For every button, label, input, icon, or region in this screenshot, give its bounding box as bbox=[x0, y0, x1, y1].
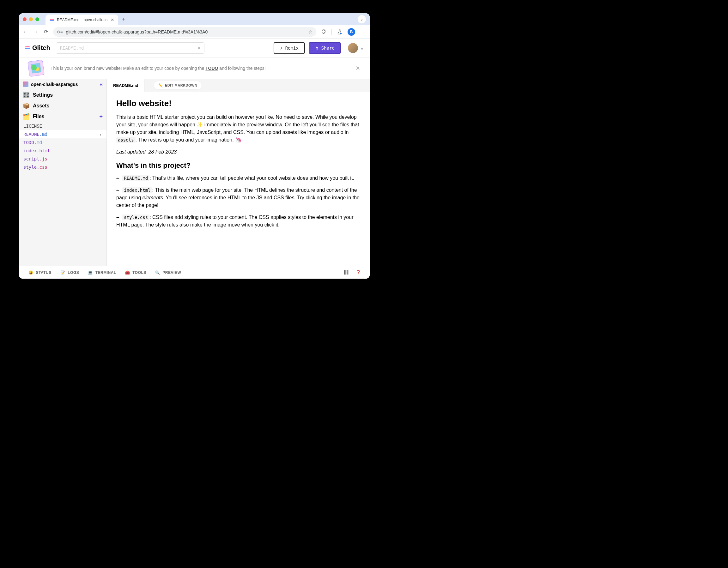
tools-icon: 🧰 bbox=[125, 270, 130, 275]
url-text: glitch.com/edit/#!/open-chalk-asparagus?… bbox=[66, 29, 208, 34]
arrow-left-icon: ← bbox=[116, 214, 122, 220]
omnibox[interactable]: ⊙≡ glitch.com/edit/#!/open-chalk-asparag… bbox=[53, 27, 316, 37]
list-item: ← style.css: CSS files add styling rules… bbox=[116, 214, 360, 229]
editor-tab-strip: README.md ✏️ EDIT MARKDOWN bbox=[107, 79, 370, 92]
sidebar-item-assets[interactable]: 📦 Assets bbox=[19, 100, 106, 111]
gear-icon: 🎛️ bbox=[23, 92, 30, 99]
glitch-favicon-icon bbox=[49, 17, 54, 22]
banner-text: This is your own brand new website! Make… bbox=[51, 66, 266, 71]
maximize-window-button[interactable] bbox=[35, 17, 39, 21]
search-placeholder: README.md bbox=[60, 45, 84, 51]
browser-window: README.md – open-chalk-as ✕ + ⌄ ← → ⟳ ⊙≡… bbox=[19, 13, 370, 279]
sidebar-item-label: Assets bbox=[33, 103, 49, 109]
status-icon: 😃 bbox=[28, 270, 33, 275]
welcome-banner-icon bbox=[27, 59, 45, 76]
arrow-left-icon: ← bbox=[116, 187, 122, 193]
code-assets: assets bbox=[116, 137, 136, 143]
logs-icon: 📝 bbox=[60, 270, 65, 275]
logs-button[interactable]: 📝 LOGS bbox=[60, 270, 79, 275]
sidebar-item-label: Files bbox=[33, 114, 44, 119]
editor-panel: README.md ✏️ EDIT MARKDOWN Hello website… bbox=[107, 79, 370, 266]
file-menu-button[interactable]: ⋮ bbox=[98, 132, 103, 137]
pencil-icon: ✏️ bbox=[158, 83, 163, 88]
share-button[interactable]: ⋔ Share bbox=[309, 42, 341, 54]
site-info-icon[interactable]: ⊙≡ bbox=[57, 29, 63, 34]
close-tab-icon[interactable]: ✕ bbox=[111, 17, 114, 22]
file-item[interactable]: README.md ⋮ bbox=[19, 130, 106, 138]
glitch-header: Glitch README.md ⌕ ⚡ Remix ⋔ Share ⌄ bbox=[19, 39, 370, 57]
preview-content: Hello website! This is a basic HTML star… bbox=[107, 92, 370, 266]
page-title: Hello website! bbox=[116, 97, 360, 110]
preview-icon: 🔍 bbox=[155, 270, 160, 275]
collapse-sidebar-icon[interactable]: « bbox=[100, 82, 103, 87]
forward-button[interactable]: → bbox=[33, 29, 39, 35]
status-button[interactable]: 😃 STATUS bbox=[28, 270, 52, 275]
tools-button[interactable]: 🧰 TOOLS bbox=[125, 270, 146, 275]
package-icon: 📦 bbox=[23, 102, 30, 109]
welcome-banner: This is your own brand new website! Make… bbox=[19, 57, 370, 79]
project-name: open-chalk-asparagus bbox=[31, 82, 78, 87]
sidebar-item-label: Settings bbox=[33, 92, 53, 98]
glitch-logo-icon bbox=[25, 46, 30, 50]
add-file-button[interactable]: + bbox=[99, 113, 103, 120]
share-label: Share bbox=[321, 45, 335, 51]
intro-paragraph: This is a basic HTML starter project you… bbox=[116, 113, 360, 144]
footer-bar: 😃 STATUS 📝 LOGS 💻 TERMINAL 🧰 TOOLS 🔍 PRE… bbox=[19, 266, 370, 279]
close-window-button[interactable] bbox=[23, 17, 27, 21]
file-item[interactable]: LICENSE bbox=[19, 122, 106, 130]
glitch-logo[interactable]: Glitch bbox=[25, 44, 50, 51]
search-input[interactable]: README.md ⌕ bbox=[56, 42, 204, 54]
help-button[interactable]: ? bbox=[357, 269, 361, 276]
address-bar: ← → ⟳ ⊙≡ glitch.com/edit/#!/open-chalk-a… bbox=[19, 25, 370, 39]
sidebar-item-files[interactable]: 🗂️ Files + bbox=[19, 111, 106, 122]
minimize-window-button[interactable] bbox=[29, 17, 33, 21]
file-item[interactable]: index.html bbox=[19, 147, 106, 155]
browser-tab-title: README.md – open-chalk-as bbox=[57, 18, 107, 22]
editor-tab-readme[interactable]: README.md bbox=[107, 79, 145, 92]
file-item[interactable]: style.css bbox=[19, 163, 106, 171]
terminal-button[interactable]: 💻 TERMINAL bbox=[88, 270, 116, 275]
terminal-icon: 💻 bbox=[88, 270, 93, 275]
traffic-lights bbox=[23, 17, 39, 21]
file-item[interactable]: TODO.md bbox=[19, 138, 106, 147]
toolbar-divider bbox=[331, 29, 332, 35]
share-icon: ⋔ bbox=[315, 45, 319, 51]
toolbar-icons: B ⋮ bbox=[321, 28, 366, 36]
keyboard-icon[interactable]: 𝄃𝄃𝄃 bbox=[344, 269, 349, 276]
extensions-icon[interactable] bbox=[321, 29, 326, 35]
project-icon bbox=[23, 82, 28, 87]
file-item[interactable]: script.js bbox=[19, 155, 106, 163]
banner-todo-link[interactable]: TODO bbox=[205, 66, 218, 71]
close-icon[interactable]: ✕ bbox=[355, 65, 360, 72]
bolt-icon: ⚡ bbox=[280, 45, 282, 51]
search-icon: ⌕ bbox=[197, 45, 200, 51]
user-menu[interactable]: ⌄ bbox=[348, 43, 364, 53]
chevron-down-icon: ⌄ bbox=[360, 45, 364, 51]
arrow-left-icon: ← bbox=[116, 175, 122, 181]
browser-tab[interactable]: README.md – open-chalk-as ✕ bbox=[45, 15, 118, 25]
bookmark-icon[interactable]: ☆ bbox=[308, 29, 312, 34]
section-heading: What's in this project? bbox=[116, 160, 360, 171]
remix-button[interactable]: ⚡ Remix bbox=[274, 42, 305, 54]
labs-icon[interactable] bbox=[337, 29, 343, 35]
folder-icon: 🗂️ bbox=[23, 113, 30, 120]
reload-button[interactable]: ⟳ bbox=[43, 29, 49, 35]
sidebar: open-chalk-asparagus « 🎛️ Settings 📦 Ass… bbox=[19, 79, 107, 266]
last-updated: Last updated: 28 Feb 2023 bbox=[116, 148, 360, 156]
list-item: ← README.md: That's this file, where you… bbox=[116, 174, 360, 182]
project-selector[interactable]: open-chalk-asparagus « bbox=[19, 79, 106, 90]
browser-menu-button[interactable]: ⋮ bbox=[360, 28, 366, 35]
svg-point-0 bbox=[340, 33, 341, 34]
profile-button[interactable]: B bbox=[348, 28, 355, 36]
titlebar: README.md – open-chalk-as ✕ + ⌄ bbox=[19, 13, 370, 25]
avatar bbox=[348, 43, 358, 53]
main-area: open-chalk-asparagus « 🎛️ Settings 📦 Ass… bbox=[19, 79, 370, 266]
list-item: ← index.html: This is the main web page … bbox=[116, 186, 360, 209]
tabs-dropdown-button[interactable]: ⌄ bbox=[358, 15, 366, 23]
sidebar-item-settings[interactable]: 🎛️ Settings bbox=[19, 90, 106, 100]
glitch-app: Glitch README.md ⌕ ⚡ Remix ⋔ Share ⌄ bbox=[19, 39, 370, 279]
edit-markdown-button[interactable]: ✏️ EDIT MARKDOWN bbox=[154, 81, 202, 90]
preview-button[interactable]: 🔍 PREVIEW bbox=[155, 270, 181, 275]
back-button[interactable]: ← bbox=[23, 29, 28, 35]
new-tab-button[interactable]: + bbox=[122, 16, 125, 23]
